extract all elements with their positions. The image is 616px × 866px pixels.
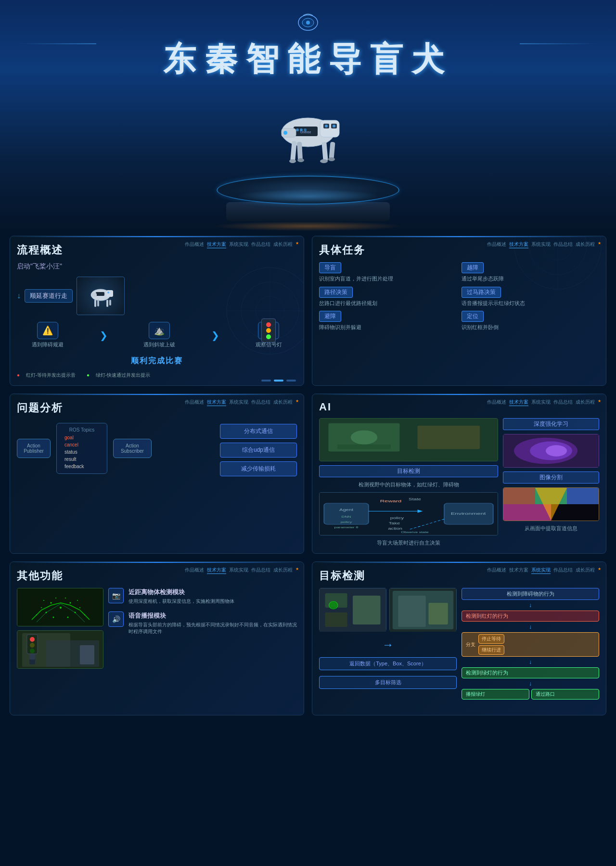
det-tab-overview[interactable]: 作品概述: [487, 567, 506, 574]
prob-tab-history[interactable]: 成长历程: [273, 399, 293, 406]
nav-tab-tech[interactable]: 技术方案: [207, 241, 226, 248]
others-nav-tabs[interactable]: 作品概述 技术方案 系统实现 作品总结 成长历程 ★: [185, 567, 299, 574]
nav-star-detection: ★: [598, 567, 601, 574]
det-arrow-4: ↓: [462, 680, 599, 687]
svg-point-84: [55, 598, 56, 599]
task-tag-guide: 导盲: [319, 262, 341, 273]
return-data-box: 返回数据（Type、Box、Score）: [319, 657, 457, 670]
ai-tab-history[interactable]: 成长历程: [576, 399, 595, 406]
task-tag-locate: 定位: [462, 311, 484, 322]
svg-rect-104: [353, 596, 381, 624]
others-tab-system[interactable]: 系统实现: [229, 567, 248, 574]
detection-nav-tabs[interactable]: 作品概述 技术方案 系统实现 作品总结 成长历程 ★: [487, 567, 601, 574]
task-tab-overview[interactable]: 作品概述: [487, 241, 506, 248]
row-3: 其他功能 作品概述 技术方案 系统实现 作品总结 成长历程 ★: [10, 561, 606, 715]
feature-camera-title: 近距离物体检测模块: [128, 588, 234, 597]
nav-tab-system[interactable]: 系统实现: [229, 241, 248, 248]
svg-point-83: [79, 607, 80, 608]
nav-star-others: ★: [295, 567, 299, 574]
svg-point-20: [289, 159, 296, 163]
others-panel: 其他功能 作品概述 技术方案 系统实现 作品总结 成长历程 ★: [10, 561, 304, 715]
nav-tab-summary[interactable]: 作品总结: [251, 241, 270, 248]
task-desc-locate: 识别红框并卧倒: [462, 323, 599, 331]
svg-text:Environment: Environment: [451, 511, 486, 516]
chevron-1: ❯: [100, 330, 108, 341]
robot-dog-svg: Unitree: [245, 94, 371, 180]
ai-tab-overview[interactable]: 作品概述: [487, 399, 506, 406]
nav-tab-history[interactable]: 成长历程: [273, 241, 293, 248]
legend-green: ● 绿灯-快速通过并发出提示: [87, 372, 155, 378]
svg-rect-72: [567, 488, 599, 504]
task-tag-path: 路径决策: [319, 287, 353, 298]
ros-diagram: ActionPublisher ROS Topics goal cancel s…: [17, 420, 297, 476]
svg-point-68: [546, 445, 567, 456]
prob-tab-system[interactable]: 系统实现: [229, 399, 248, 406]
svg-point-8: [333, 125, 335, 127]
ai-detection-desc: 检测视野中的目标物体，如红绿灯、障碍物: [319, 481, 498, 488]
branch-option-1: 停止等待: [478, 634, 504, 644]
svg-point-91: [77, 600, 78, 601]
prob-tab-overview[interactable]: 作品概述: [185, 399, 204, 406]
chevron-2: ❯: [211, 330, 219, 341]
row-2: 问题分析 作品概述 技术方案 系统实现 作品总结 成长历程 ★ ActionPu…: [10, 394, 606, 554]
task-tab-system[interactable]: 系统实现: [531, 241, 551, 248]
svg-rect-16: [290, 141, 297, 162]
svg-point-18: [320, 159, 328, 163]
det-tab-tech[interactable]: 技术方案: [509, 567, 528, 574]
det-tab-summary[interactable]: 作品总结: [553, 567, 573, 574]
task-tab-history[interactable]: 成长历程: [576, 241, 595, 248]
header-section: 东秦智能导盲犬 Unitree: [0, 0, 616, 231]
others-tab-summary[interactable]: 作品总结: [251, 567, 270, 574]
others-tab-tech[interactable]: 技术方案: [207, 567, 226, 574]
det-img-1: [319, 588, 386, 631]
ai-tab-summary[interactable]: 作品总结: [553, 399, 573, 406]
svg-text:DNN: DNN: [342, 515, 351, 519]
wave-left-decoration: [19, 43, 96, 44]
flow-nav-tabs[interactable]: 作品概述 技术方案 系统实现 作品总结 成长历程 ★: [185, 241, 299, 248]
task-tab-summary[interactable]: 作品总结: [553, 241, 573, 248]
ai-rl-view: Agent DNN policy parameter θ Reward poli…: [319, 492, 498, 535]
svg-point-85: [65, 598, 66, 599]
svg-point-2: [306, 21, 310, 25]
task-desc-road: 语音播报提示示红绿灯状态: [462, 299, 599, 307]
svg-rect-36: [97, 300, 99, 306]
detection-right: 检测到障碍物的行为 ↓ 检测到红灯的行为 ↓ 分支 停止等待 继续行进: [462, 588, 599, 700]
svg-rect-47: [337, 445, 391, 449]
nav-tab-overview[interactable]: 作品概述: [185, 241, 204, 248]
flow-arrow-1: ↓: [17, 292, 21, 300]
lidar-img: [17, 588, 103, 626]
ai-nav-tabs[interactable]: 作品概述 技术方案 系统实现 作品总结 成长历程 ★: [487, 399, 601, 406]
multi-target-box: 多目标筛选: [319, 676, 457, 689]
final-green-1: 播报绿灯: [462, 689, 529, 700]
others-tab-history[interactable]: 成长历程: [273, 567, 293, 574]
svg-point-79: [70, 602, 71, 604]
det-tab-history[interactable]: 成长历程: [576, 567, 595, 574]
task-tab-tech[interactable]: 技术方案: [509, 241, 528, 248]
ai-tab-system[interactable]: 系统实现: [531, 399, 551, 406]
action-subscriber: ActionSubscriber: [113, 439, 152, 458]
task-nav-tabs[interactable]: 作品概述 技术方案 系统实现 作品总结 成长历程 ★: [487, 241, 601, 248]
flow-item-obstacle: ⚠️ 遇到障碍规避: [32, 322, 64, 348]
radar-decoration: [222, 263, 304, 359]
det-tab-system[interactable]: 系统实现: [531, 567, 551, 574]
svg-point-21: [297, 158, 304, 162]
ros-topics-title: ROS Topics: [63, 427, 101, 433]
task-item-locate: 定位 识别红框并卧倒: [462, 311, 599, 331]
subscriber-label: ActionSubscriber: [117, 443, 147, 454]
svg-point-87: [67, 617, 69, 618]
svg-text:Agent: Agent: [339, 509, 354, 512]
others-tab-overview[interactable]: 作品概述: [185, 567, 204, 574]
others-features: 📷 近距离物体检测模块 使用深度相机，获取深度信息，实施检测周围物体 🔊 语音播…: [108, 588, 297, 669]
ai-tab-tech[interactable]: 技术方案: [509, 399, 528, 406]
det-arrow-3: ↓: [462, 659, 599, 665]
prob-tab-summary[interactable]: 作品总结: [251, 399, 270, 406]
svg-point-99: [30, 649, 35, 653]
feature-sound-desc: 根据导盲头部前方的障碍，预先根据不同情况录制好不同音频，在实际遇到情况时程序调用…: [128, 622, 297, 635]
topic-result: result: [63, 456, 101, 462]
prob-tab-tech[interactable]: 技术方案: [207, 399, 226, 406]
det-img-2: [389, 588, 457, 631]
ai-seg-desc: 从画面中提取盲道信息: [503, 525, 599, 532]
ai-right: 深度强化学习 图像分割: [503, 418, 599, 547]
nav-star-ai: ★: [598, 399, 601, 406]
problem-nav-tabs[interactable]: 作品概述 技术方案 系统实现 作品总结 成长历程 ★: [185, 399, 299, 406]
